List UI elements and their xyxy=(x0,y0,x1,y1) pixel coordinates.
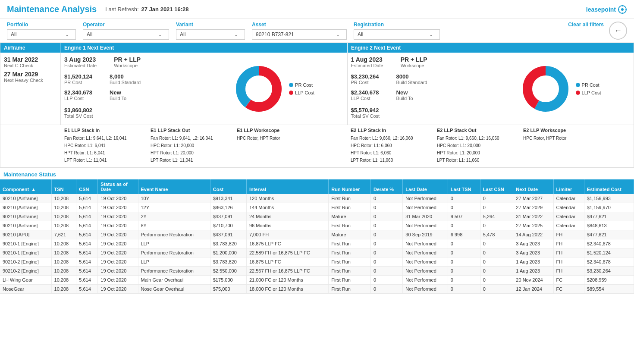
table-cell: LH Wing Gear xyxy=(0,276,51,285)
maintenance-table: Component ▲ TSN CSN Status as ofDate Eve… xyxy=(0,179,634,294)
table-cell: First Run xyxy=(329,194,371,203)
table-cell: FH xyxy=(553,257,584,267)
asset-filter: Asset 90210 B737-821 ⌄ xyxy=(252,22,347,40)
table-cell: 5,614 xyxy=(76,248,98,257)
table-cell: 0 xyxy=(480,239,513,248)
table-cell: $2,340,678 xyxy=(584,239,634,248)
registration-select[interactable]: All ⌄ xyxy=(354,29,440,40)
asset-label: Asset xyxy=(252,22,347,28)
table-cell: 1 Aug 2023 xyxy=(513,267,553,276)
table-cell: Performance Restoration xyxy=(138,230,210,239)
e2-llp-legend: LLP Cost xyxy=(576,90,601,95)
table-cell: First Run xyxy=(329,221,371,230)
table-cell: First Run xyxy=(329,239,371,248)
e2-pr-color-dot xyxy=(576,83,580,87)
table-cell: 5,614 xyxy=(76,203,98,212)
table-cell: 0 xyxy=(480,285,513,294)
table-cell: Not Performed xyxy=(403,267,448,276)
table-cell: 3 Aug 2023 xyxy=(513,248,553,257)
table-cell: FH xyxy=(553,239,584,248)
summary-header: Airframe Engine 1 Next Event Engine 2 Ne… xyxy=(0,43,634,53)
table-cell: FC xyxy=(553,285,584,294)
e2-workscope: PR + LLP xyxy=(401,56,427,63)
clear-filters-button[interactable]: Clear all filters xyxy=(568,22,604,28)
table-row: 90210 [Airframe]10,2085,61419 Oct 202010… xyxy=(0,194,634,203)
table-cell: $848,613 xyxy=(584,221,634,230)
table-cell: 7,621 xyxy=(51,230,76,239)
table-cell: 18,000 FC or 120 Months xyxy=(246,285,328,294)
table-cell: Not Performed xyxy=(403,257,448,267)
table-cell: 0 xyxy=(448,248,480,257)
table-cell: 0 xyxy=(480,276,513,285)
table-cell: 19 Oct 2020 xyxy=(98,257,138,267)
table-cell: FH xyxy=(553,267,584,276)
back-button[interactable]: ← xyxy=(609,22,627,40)
e2-workscope-label: E2 LLP Workscope xyxy=(520,128,589,133)
e2-total: $5,570,942 xyxy=(351,107,491,113)
table-cell: 3 Aug 2023 xyxy=(513,239,553,248)
variant-label: Variant xyxy=(176,22,245,28)
table-row: 90210-2 [Engine]10,2085,61419 Oct 2020Pe… xyxy=(0,267,634,276)
table-cell: FH xyxy=(553,230,584,239)
logo-icon xyxy=(618,5,627,14)
table-cell: 19 Oct 2020 xyxy=(98,285,138,294)
table-cell: 19 Oct 2020 xyxy=(98,239,138,248)
col-derate: Derate % xyxy=(371,179,403,194)
variant-select[interactable]: All ⌄ xyxy=(176,29,245,40)
e2-text-data: 1 Aug 2023 Estimated Date PR + LLP Works… xyxy=(351,56,491,121)
table-cell: 5,478 xyxy=(480,230,513,239)
table-cell: $1,159,970 xyxy=(584,203,634,212)
table-cell: 0 xyxy=(448,194,480,203)
table-row: 90210 [Airframe]10,2085,61419 Oct 20202Y… xyxy=(0,212,634,221)
table-cell: 144 Months xyxy=(246,203,328,212)
asset-select[interactable]: 90210 B737-821 ⌄ xyxy=(252,29,347,40)
table-cell: Calendar xyxy=(553,194,584,203)
e1-stack-out-data: Fan Rotor: L1: 9,641, L2: 16,041 HPC Rot… xyxy=(147,135,233,164)
e2-llp-color-dot xyxy=(576,91,580,95)
table-cell: 19 Oct 2020 xyxy=(98,221,138,230)
table-cell: 10,208 xyxy=(51,267,76,276)
table-cell: 5,614 xyxy=(76,239,98,248)
table-cell: 90210 [Airframe] xyxy=(0,194,51,203)
e2-est-date-label: Estimated Date xyxy=(351,63,383,68)
table-cell: 0 xyxy=(448,267,480,276)
e2-chart-area: PR Cost LLP Cost xyxy=(490,56,630,121)
table-cell: 27 Mar 2025 xyxy=(513,221,553,230)
table-cell: $863,126 xyxy=(210,203,246,212)
col-last-tsn: Last TSN xyxy=(448,179,480,194)
e1-total-label: Total SV Cost xyxy=(64,113,204,119)
table-cell: 5,614 xyxy=(76,194,98,203)
operator-select[interactable]: All ⌄ xyxy=(83,29,169,40)
table-cell: $89,554 xyxy=(584,285,634,294)
airframe-header: Airframe xyxy=(0,43,61,53)
e1-total: $3,860,802 xyxy=(64,107,204,113)
svg-point-11 xyxy=(533,76,558,101)
table-cell: 9,507 xyxy=(448,212,480,221)
e1-workscope-label: E1 LLP Workscope xyxy=(233,128,302,133)
operator-filter: Operator All ⌄ xyxy=(83,22,169,40)
table-cell: 10,208 xyxy=(51,203,76,212)
portfolio-select[interactable]: All ⌄ xyxy=(7,29,76,40)
page-title: Maintenance Analysis xyxy=(7,4,97,14)
e2-pr-legend: PR Cost xyxy=(576,82,601,88)
col-run-number: Run Number xyxy=(329,179,371,194)
table-cell: 12Y xyxy=(138,203,210,212)
table-cell: 0 xyxy=(371,194,403,203)
e2-llp-cost-label: LLP Cost xyxy=(351,96,379,101)
table-cell: 5,614 xyxy=(76,257,98,267)
e1-legend: PR Cost LLP Cost xyxy=(289,82,314,95)
e2-total-label: Total SV Cost xyxy=(351,113,491,119)
portfolio-chevron-icon: ⌄ xyxy=(65,32,69,37)
table-body: 90210 [Airframe]10,2085,61419 Oct 202010… xyxy=(0,194,634,294)
e1-stack-in-data: Fan Rotor: L1: 9,641, L2: 16,041 HPC Rot… xyxy=(61,135,147,164)
e2-workscope-label: Workscope xyxy=(401,63,427,68)
e2-stack-in-data: Fan Rotor: L1: 9,660, L2: 16,060 HPC Rot… xyxy=(347,135,433,164)
llp-data-row: Fan Rotor: L1: 9,641, L2: 16,041 HPC Rot… xyxy=(0,134,634,167)
table-cell: First Run xyxy=(329,248,371,257)
table-cell: 19 Oct 2020 xyxy=(98,203,138,212)
table-cell: Calendar xyxy=(553,212,584,221)
table-cell: 0 xyxy=(371,203,403,212)
table-cell: 10Y xyxy=(138,194,210,203)
table-cell: $3,783,820 xyxy=(210,239,246,248)
e2-donut-chart xyxy=(520,63,571,115)
